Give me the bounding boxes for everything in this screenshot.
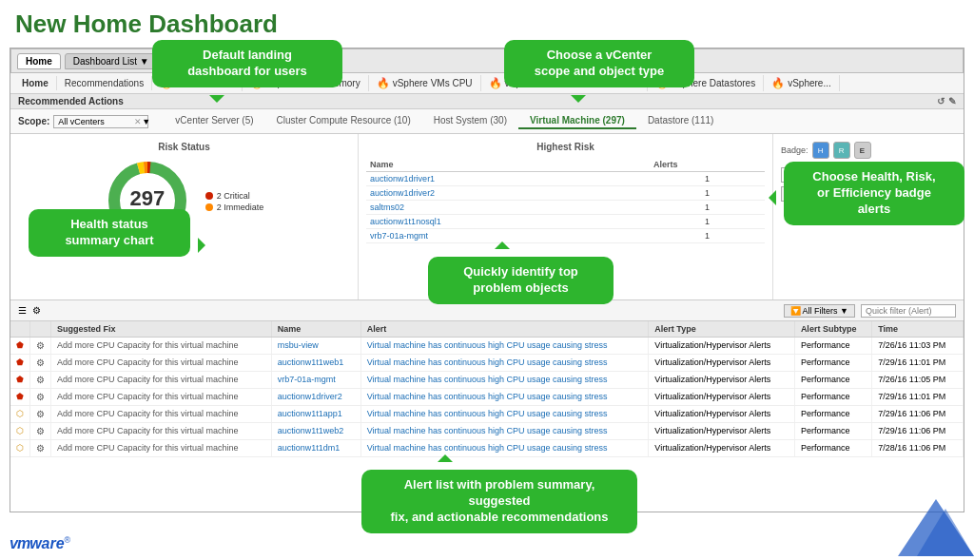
critical-label: 2 Critical xyxy=(217,191,250,201)
alert-subtype-cell: Performance xyxy=(794,440,871,457)
alerts-table-row: ⬡ ⚙ Add more CPU Capacity for this virtu… xyxy=(10,406,964,423)
badge-btn-health[interactable]: H xyxy=(812,142,829,159)
alert-subtype-cell: Performance xyxy=(794,338,871,355)
name-cell[interactable]: auctionw1t1web2 xyxy=(271,423,360,440)
risk-alerts-cell: 1 xyxy=(650,215,765,229)
donut-count: 297 xyxy=(129,188,165,209)
alert-subtype-cell: Performance xyxy=(794,423,871,440)
type-icon-cell: ⚙ xyxy=(30,389,51,406)
alerts-table-row: ⬟ ⚙ Add more CPU Capacity for this virtu… xyxy=(10,355,964,372)
col-alert-subtype-header: Alert Subtype xyxy=(794,321,871,338)
scope-tab-cluster[interactable]: Cluster Compute Resource (10) xyxy=(265,113,422,129)
col-time-header: Time xyxy=(872,321,964,338)
alert-type-cell: Virtualization/Hypervisor Alerts xyxy=(649,355,795,372)
vmware-triangle-svg xyxy=(898,499,974,556)
type-icon-cell: ⚙ xyxy=(30,338,51,355)
type-icon-cell: ⚙ xyxy=(30,372,51,389)
browser-tab-dashboard[interactable]: Dashboard List ▼ xyxy=(65,53,158,69)
callout-problem-objects: Quickly identify topproblem objects xyxy=(428,257,614,304)
risk-status-title: Risk Status xyxy=(18,142,350,152)
edit-icon[interactable]: ✎ xyxy=(948,96,956,106)
suggested-fix-cell: Add more CPU Capacity for this virtual m… xyxy=(51,440,272,457)
vsphere-tab-more[interactable]: 🔥vSphere... xyxy=(764,75,840,91)
callout-health-summary: Health statussummary chart xyxy=(29,209,190,257)
rec-actions-label: Recommended Actions xyxy=(18,96,124,106)
vsphere-tab-recommendations[interactable]: Recommendations xyxy=(57,76,152,90)
callout-badge-alerts: Choose Health, Risk,or Efficiency badgea… xyxy=(784,162,964,225)
refresh-icon[interactable]: ↺ xyxy=(937,96,945,106)
alert-subtype-cell: Performance xyxy=(794,372,871,389)
name-cell[interactable]: auctionw1t1app1 xyxy=(271,406,360,423)
scope-tabs: vCenter Server (5) Cluster Compute Resou… xyxy=(164,113,725,129)
type-icon-cell: ⚙ xyxy=(30,355,51,372)
highest-risk-title: Highest Risk xyxy=(366,142,765,152)
badge-label: Badge: xyxy=(781,145,808,155)
vmware-logo: vm xyxy=(10,535,29,551)
risk-table-row: auctionw1driver1 1 xyxy=(366,172,765,186)
callout-default-landing: Default landingdashboard for users xyxy=(152,40,342,87)
alerts-menu-icon[interactable]: ☰ xyxy=(18,305,27,316)
name-cell[interactable]: msbu-view xyxy=(271,338,360,355)
vmware-triangle xyxy=(898,499,974,560)
severity-cell: ⬟ xyxy=(10,355,30,372)
risk-name-cell[interactable]: auctionw1t1nosql1 xyxy=(366,215,650,229)
type-icon-cell: ⚙ xyxy=(30,440,51,457)
alert-cell: Virtual machine has continuous high CPU … xyxy=(360,440,649,457)
scope-dropdown-icon[interactable]: ▼ xyxy=(142,117,150,126)
col-name-header: Name xyxy=(366,158,650,172)
scope-tab-datastore[interactable]: Datastore (111) xyxy=(636,113,725,129)
badge-row: Badge: H R E xyxy=(781,142,956,159)
alerts-header-left: ☰ ⚙ xyxy=(18,305,41,316)
scope-input[interactable] xyxy=(58,117,134,126)
name-cell[interactable]: auctionw1t1web1 xyxy=(271,355,360,372)
risk-table-row: saltms02 1 xyxy=(366,201,765,215)
scope-label: Scope: xyxy=(18,116,49,126)
name-cell[interactable]: auctionw1driver2 xyxy=(271,389,360,406)
vmware-trademark: ® xyxy=(65,535,71,545)
quick-filter-input[interactable] xyxy=(861,304,956,318)
time-cell: 7/29/16 11:06 PM xyxy=(872,423,964,440)
scope-input-wrap[interactable]: ✕ ▼ xyxy=(53,115,148,128)
alerts-settings-icon[interactable]: ⚙ xyxy=(32,305,41,316)
callout-vcenter-scope: Choose a vCenterscope and object type xyxy=(504,40,694,87)
risk-alerts-cell: 1 xyxy=(650,186,765,201)
alerts-header-right: 🔽 All Filters ▼ xyxy=(784,304,956,318)
rec-actions-header: Recommended Actions ↺ ✎ xyxy=(10,94,964,109)
scope-tab-vm[interactable]: Virtual Machine (297) xyxy=(518,113,636,129)
risk-name-cell[interactable]: auctionw1driver2 xyxy=(366,186,650,201)
alert-cell: Virtual machine has continuous high CPU … xyxy=(360,389,649,406)
scope-tab-vcenter[interactable]: vCenter Server (5) xyxy=(164,113,264,129)
suggested-fix-cell: Add more CPU Capacity for this virtual m… xyxy=(51,423,272,440)
browser-tab-home[interactable]: Home xyxy=(17,53,61,69)
all-filters-button[interactable]: 🔽 All Filters ▼ xyxy=(784,304,855,318)
severity-cell: ⬡ xyxy=(10,406,30,423)
vsphere-tab-vms-cpu[interactable]: 🔥vSphere VMs CPU xyxy=(369,75,481,91)
alerts-table-row: ⬟ ⚙ Add more CPU Capacity for this virtu… xyxy=(10,389,964,406)
highest-risk-table: Name Alerts auctionw1driver1 1 auctionw1… xyxy=(366,158,765,243)
alerts-table-row: ⬡ ⚙ Add more CPU Capacity for this virtu… xyxy=(10,423,964,440)
severity-cell: ⬡ xyxy=(10,423,30,440)
risk-name-cell[interactable]: auctionw1driver1 xyxy=(366,172,650,186)
risk-alerts-cell: 1 xyxy=(650,201,765,215)
name-cell[interactable]: auctionw1t1dm1 xyxy=(271,440,360,457)
badge-btn-efficiency[interactable]: E xyxy=(854,142,871,159)
suggested-fix-cell: Add more CPU Capacity for this virtual m… xyxy=(51,338,272,355)
risk-table-row: auctionw1t1nosql1 1 xyxy=(366,215,765,229)
immediate-dot xyxy=(205,203,213,211)
legend-immediate: 2 Immediate xyxy=(205,203,264,212)
critical-dot xyxy=(205,192,213,200)
callout-alert-list: Alert list with problem summary, suggest… xyxy=(361,470,637,533)
alert-subtype-cell: Performance xyxy=(794,406,871,423)
scope-tab-host[interactable]: Host System (30) xyxy=(422,113,518,129)
type-icon-cell: ⚙ xyxy=(30,406,51,423)
risk-name-cell[interactable]: saltms02 xyxy=(366,201,650,215)
name-cell[interactable]: vrb7-01a-mgmt xyxy=(271,372,360,389)
alert-cell: Virtual machine has continuous high CPU … xyxy=(360,338,649,355)
time-cell: 7/29/16 11:06 PM xyxy=(872,406,964,423)
vsphere-tab-home[interactable]: Home xyxy=(14,76,57,90)
scope-row: Scope: ✕ ▼ vCenter Server (5) Cluster Co… xyxy=(10,109,964,134)
alert-cell: Virtual machine has continuous high CPU … xyxy=(360,355,649,372)
scope-clear-icon[interactable]: ✕ xyxy=(134,117,142,126)
alert-type-cell: Virtualization/Hypervisor Alerts xyxy=(649,423,795,440)
badge-btn-risk[interactable]: R xyxy=(833,142,850,159)
